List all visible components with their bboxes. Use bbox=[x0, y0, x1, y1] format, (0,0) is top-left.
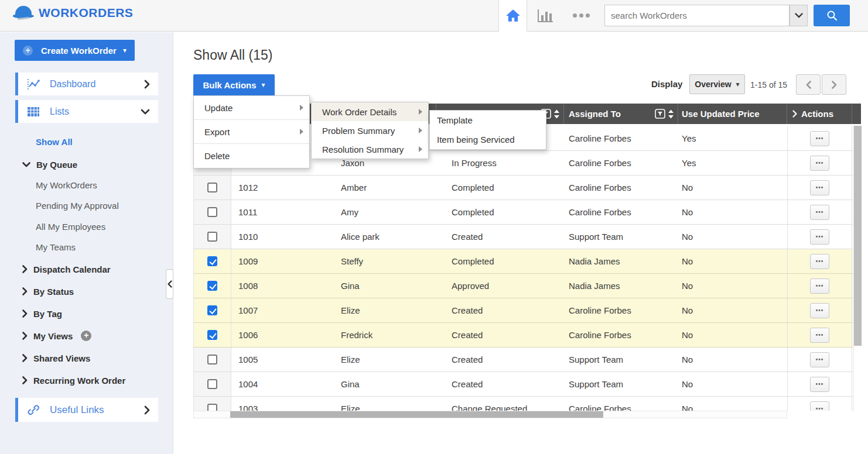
table-body: Caroline Forbes Yes ••• Jaxon In Progres… bbox=[193, 126, 853, 411]
row-actions-button[interactable]: ••• bbox=[810, 180, 829, 195]
row-checkbox[interactable] bbox=[207, 330, 217, 340]
row-actions-button[interactable]: ••• bbox=[810, 401, 829, 411]
row-actions-button[interactable]: ••• bbox=[810, 254, 829, 269]
sidebar-item-show-all[interactable]: Show All bbox=[36, 135, 73, 149]
menu-item-resolution-summary[interactable]: Resolution Summary bbox=[312, 140, 428, 159]
row-checkbox[interactable] bbox=[207, 232, 217, 242]
row-checkbox[interactable] bbox=[207, 404, 217, 411]
submenu-arrow-icon bbox=[419, 109, 422, 115]
chevron-right-icon bbox=[144, 405, 150, 415]
table-row: 1008 Gina Approved Nadia James No ••• bbox=[193, 274, 853, 298]
table-row: 1012 Amber Completed Caroline Forbes No … bbox=[193, 176, 853, 200]
row-checkbox[interactable] bbox=[207, 355, 217, 364]
menu-item-template[interactable]: Template bbox=[430, 111, 546, 130]
chevron-right-icon bbox=[22, 354, 28, 362]
vertical-scrollbar[interactable] bbox=[853, 125, 861, 411]
row-checkbox[interactable] bbox=[207, 207, 217, 217]
row-actions-button[interactable]: ••• bbox=[810, 156, 829, 171]
sidebar-item-my-teams[interactable]: My Teams bbox=[36, 240, 76, 254]
work-order-details-submenu: Template Item being Serviced bbox=[429, 110, 546, 150]
pagination-range: 1-15 of 15 bbox=[750, 80, 787, 90]
table-row: 1005 Elize Created Support Team No ••• bbox=[193, 348, 853, 372]
sidebar-item-by-tag[interactable]: By Tag bbox=[22, 307, 62, 321]
row-actions-button[interactable]: ••• bbox=[810, 229, 829, 245]
add-view-icon[interactable]: + bbox=[81, 331, 91, 341]
row-checkbox[interactable] bbox=[207, 281, 217, 291]
chevron-right-icon bbox=[22, 287, 28, 295]
search-input[interactable] bbox=[604, 5, 790, 26]
bar-chart-icon bbox=[536, 8, 554, 23]
menu-item-update[interactable]: Update bbox=[194, 96, 309, 120]
column-header-scroll-filler bbox=[852, 104, 861, 124]
table-row: 1004 Gina Created Support Team No ••• bbox=[193, 372, 853, 397]
sidebar-item-lists[interactable]: Lists bbox=[15, 100, 158, 123]
menu-item-delete[interactable]: Delete bbox=[194, 144, 309, 168]
filter-icon[interactable] bbox=[655, 109, 665, 119]
column-header-actions[interactable]: Actions bbox=[787, 104, 852, 124]
sidebar-item-dashboard[interactable]: Dashboard bbox=[15, 73, 158, 95]
row-actions-button[interactable]: ••• bbox=[810, 303, 829, 318]
sidebar-item-all-my-employees[interactable]: All My Employees bbox=[36, 219, 105, 233]
bulk-actions-button[interactable]: Bulk Actions ▾ bbox=[193, 74, 275, 95]
display-label: Display bbox=[651, 79, 682, 89]
sidebar-item-recurring-work-order[interactable]: Recurring Work Order bbox=[22, 373, 125, 387]
row-actions-button[interactable]: ••• bbox=[810, 205, 829, 220]
row-checkbox[interactable] bbox=[207, 305, 217, 315]
lists-grid-icon bbox=[27, 106, 40, 117]
search-scope-dropdown[interactable] bbox=[790, 5, 808, 26]
submenu-arrow-icon bbox=[419, 146, 422, 152]
table-row: 1006 Fredrick Created Caroline Forbes No… bbox=[193, 323, 853, 348]
sidebar-item-dispatch-calendar[interactable]: Dispatch Calendar bbox=[22, 262, 111, 276]
menu-item-work-order-details[interactable]: Work Order Details bbox=[312, 102, 428, 121]
sidebar-item-by-status[interactable]: By Status bbox=[22, 284, 74, 298]
search-icon bbox=[826, 10, 838, 21]
horizontal-scrollbar[interactable] bbox=[193, 411, 787, 418]
sort-icon[interactable] bbox=[553, 109, 560, 119]
row-actions-button[interactable]: ••• bbox=[810, 328, 829, 343]
column-header-assigned-to[interactable]: Assigned To bbox=[564, 104, 678, 124]
top-bar: WORKORDERS bbox=[0, 0, 868, 32]
sort-icon[interactable] bbox=[668, 109, 674, 119]
home-nav-button[interactable] bbox=[498, 0, 527, 32]
row-checkbox[interactable] bbox=[207, 379, 217, 389]
create-workorder-button[interactable]: + Create WorkOrder ▾ bbox=[15, 40, 135, 61]
plus-circle-icon: + bbox=[23, 46, 33, 56]
sidebar-item-shared-views[interactable]: Shared Views bbox=[22, 351, 90, 365]
menu-item-export[interactable]: Export bbox=[194, 120, 309, 144]
next-page-button[interactable] bbox=[822, 74, 846, 95]
horizontal-scrollbar-thumb[interactable] bbox=[230, 411, 603, 418]
sidebar-item-my-workorders[interactable]: My WorkOrders bbox=[36, 178, 97, 192]
more-menu-button[interactable] bbox=[573, 13, 590, 18]
caret-down-icon: ▾ bbox=[123, 47, 127, 54]
display-mode-dropdown[interactable]: Overview ▾ bbox=[689, 74, 745, 94]
chevron-right-icon bbox=[832, 81, 837, 89]
app-title: WORKORDERS bbox=[39, 6, 133, 20]
page-title: Show All (15) bbox=[193, 47, 273, 63]
submenu-arrow-icon bbox=[300, 105, 303, 111]
row-actions-button[interactable]: ••• bbox=[810, 278, 829, 294]
row-actions-button[interactable]: ••• bbox=[810, 131, 829, 146]
row-checkbox[interactable] bbox=[207, 256, 217, 266]
sidebar-item-by-queue[interactable]: By Queue bbox=[22, 157, 77, 171]
row-actions-button[interactable]: ••• bbox=[810, 352, 829, 367]
hardhat-logo-icon bbox=[13, 6, 34, 20]
reports-nav-button[interactable] bbox=[535, 8, 555, 24]
submenu-arrow-icon bbox=[300, 129, 303, 135]
sidebar-item-useful-links[interactable]: Useful Links bbox=[15, 398, 158, 422]
sidebar-item-my-views[interactable]: My Views + bbox=[22, 329, 91, 343]
column-header-use-updated-price[interactable]: Use Updated Price bbox=[678, 104, 787, 124]
vertical-scrollbar-thumb[interactable] bbox=[854, 126, 862, 346]
chevron-right-icon bbox=[22, 376, 28, 384]
chevron-left-icon bbox=[806, 81, 811, 89]
row-checkbox[interactable] bbox=[207, 183, 217, 192]
search-button[interactable] bbox=[814, 5, 850, 26]
chevron-down-icon bbox=[795, 13, 803, 18]
sidebar-item-pending-my-approval[interactable]: Pending My Approval bbox=[36, 198, 119, 212]
previous-page-button[interactable] bbox=[796, 74, 821, 95]
menu-item-problem-summary[interactable]: Problem Summary bbox=[312, 121, 428, 140]
table-row: 1009 Steffy Completed Nadia James No ••• bbox=[193, 249, 853, 274]
menu-item-item-being-serviced[interactable]: Item being Serviced bbox=[430, 130, 546, 149]
sidebar-collapse-handle[interactable] bbox=[166, 269, 173, 299]
row-actions-button[interactable]: ••• bbox=[810, 377, 829, 392]
app-logo[interactable]: WORKORDERS bbox=[13, 6, 133, 20]
